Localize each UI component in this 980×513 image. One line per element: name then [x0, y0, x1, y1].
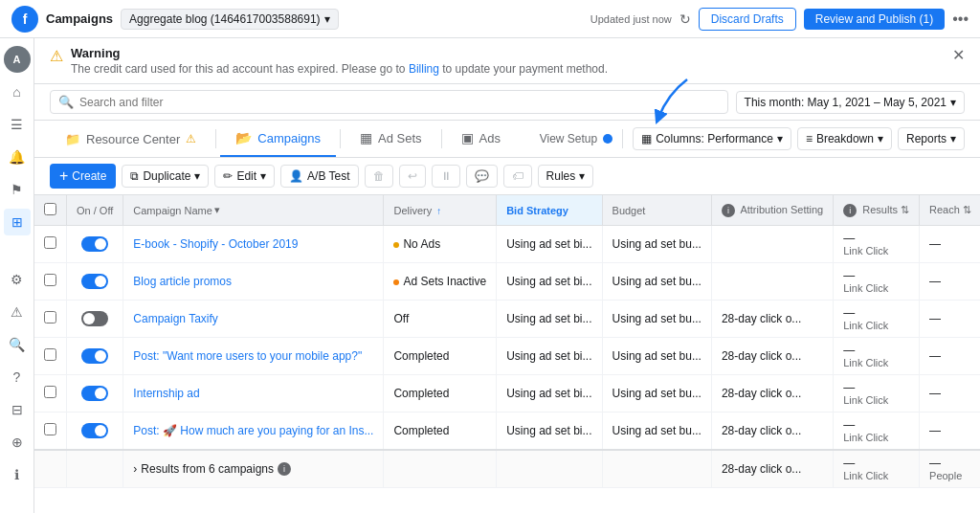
campaign-name-link[interactable]: E-book - Shopify - October 2019	[133, 237, 298, 251]
summary-delivery-cell	[384, 450, 497, 488]
row-checkbox[interactable]	[44, 348, 56, 361]
campaign-name-sort[interactable]: Campaign Name ▾	[133, 204, 373, 216]
flag-icon[interactable]: ⚑	[4, 176, 31, 203]
home-icon[interactable]: ⌂	[4, 78, 31, 105]
main-content: ⚠ Warning The credit card used for this …	[34, 38, 980, 513]
info-side-icon[interactable]: ℹ	[4, 461, 31, 488]
table-side-icon[interactable]: ⊟	[4, 396, 31, 423]
bell-icon[interactable]: 🔔	[4, 144, 31, 170]
row-results-cell: —Link Click	[834, 301, 920, 338]
ab-test-button[interactable]: 👤 A/B Test	[280, 165, 358, 188]
tab-ad-sets[interactable]: ▦ Ad Sets	[345, 121, 437, 157]
table-row: Post: 🚀 How much are you paying for an I…	[34, 413, 980, 451]
row-checkbox[interactable]	[44, 386, 56, 398]
message-button[interactable]: 💬	[466, 165, 498, 188]
more-options-icon[interactable]: •••	[952, 11, 969, 28]
plus-icon: +	[59, 168, 68, 184]
warning-message-end: to update your payment method.	[439, 62, 608, 76]
undo-button[interactable]: ↩	[399, 165, 426, 188]
deactivate-button[interactable]: ⏸	[432, 165, 460, 188]
row-delivery-cell: Ad Sets Inactive	[384, 263, 497, 301]
rules-button[interactable]: Rules ▾	[538, 165, 594, 188]
close-warning-icon[interactable]: ✕	[952, 46, 965, 64]
campaign-toggle[interactable]	[81, 348, 108, 364]
summary-name-cell: › Results from 6 campaigns i	[123, 450, 384, 488]
row-reach-cell: —	[920, 413, 980, 451]
grid-icon[interactable]: ⊞	[4, 209, 31, 235]
summary-budget-cell	[602, 450, 711, 488]
warning-title: Warning	[71, 46, 945, 60]
duplicate-button[interactable]: ⧉ Duplicate ▾	[122, 165, 209, 188]
summary-bid-cell	[497, 450, 602, 488]
warning-banner: ⚠ Warning The credit card used for this …	[34, 38, 980, 84]
tab-resource-center[interactable]: 📁 Resource Center ⚠	[50, 123, 212, 156]
zoom-icon[interactable]: ⊕	[4, 429, 31, 456]
campaign-toggle[interactable]	[81, 311, 108, 326]
review-publish-button[interactable]: Review and Publish (1)	[804, 9, 945, 30]
message-icon: 💬	[475, 169, 489, 183]
tag-icon: 🏷	[512, 169, 523, 183]
campaign-name-link[interactable]: Internship ad	[133, 387, 199, 400]
results-sort-icon[interactable]: ⇅	[901, 204, 909, 215]
delivery-sort-icon[interactable]: ↑	[436, 206, 441, 216]
row-bid-cell: Using ad set bi...	[497, 226, 602, 263]
view-setup-button[interactable]: View Setup	[540, 132, 613, 145]
ads-tab-label: Ads	[479, 131, 501, 145]
nav-title: Campaigns	[46, 11, 113, 26]
reach-sort-icon[interactable]: ⇅	[963, 204, 971, 215]
discard-drafts-button[interactable]: Discard Drafts	[699, 8, 796, 31]
table-header-row: On / Off Campaign Name ▾ Delivery ↑	[34, 195, 980, 226]
billing-link[interactable]: Billing	[409, 62, 439, 76]
campaign-toggle[interactable]	[81, 423, 108, 438]
row-bid-cell: Using ad set bi...	[497, 413, 602, 451]
search-input[interactable]	[79, 96, 720, 109]
breakdown-button[interactable]: ≡ Breakdown ▾	[797, 127, 892, 150]
help-circle-icon[interactable]: ?	[4, 364, 31, 390]
tab-ads[interactable]: ▣ Ads	[446, 121, 516, 157]
columns-button[interactable]: ▦ Columns: Performance ▾	[633, 127, 791, 150]
menu-icon[interactable]: ☰	[4, 111, 31, 138]
header-results: i Results ⇅	[834, 195, 920, 226]
tag-button[interactable]: 🏷	[503, 165, 532, 188]
campaign-toggle[interactable]	[81, 386, 108, 401]
edit-button[interactable]: ✏ Edit ▾	[214, 165, 275, 188]
date-range-selector[interactable]: This month: May 1, 2021 – May 5, 2021 ▾	[736, 91, 965, 114]
row-checkbox[interactable]	[44, 311, 56, 323]
results-info-icon[interactable]: i	[843, 204, 857, 217]
row-checkbox-cell	[34, 226, 67, 263]
campaign-toggle[interactable]	[81, 236, 108, 252]
campaign-name-link[interactable]: Blog article promos	[133, 275, 232, 288]
resource-center-label: Resource Center	[86, 132, 180, 146]
refresh-icon[interactable]: ↻	[679, 11, 691, 27]
chevron-right-icon: ›	[133, 462, 137, 476]
row-checkbox[interactable]	[44, 423, 56, 435]
info-icon[interactable]: i	[722, 204, 735, 217]
row-checkbox-cell	[34, 338, 67, 375]
account-selector[interactable]: Aggregate blog (1464617003588691) ▾	[121, 9, 339, 30]
row-checkbox[interactable]	[44, 274, 56, 286]
updated-text: Updated just now	[590, 13, 672, 25]
top-bar-right: Updated just now ↻ Discard Drafts Review…	[590, 8, 969, 31]
select-all-checkbox[interactable]	[44, 203, 56, 215]
row-attribution-cell	[711, 263, 833, 301]
campaign-toggle[interactable]	[81, 274, 108, 289]
summary-info-icon[interactable]: i	[278, 462, 291, 476]
campaign-name-link[interactable]: Campaign Taxify	[133, 312, 218, 325]
search-icon: 🔍	[58, 95, 74, 109]
user-avatar[interactable]: A	[4, 46, 31, 73]
tab-campaigns[interactable]: 📂 Campaigns	[220, 121, 336, 157]
alert-side-icon[interactable]: ⚠	[4, 299, 31, 325]
search-field-wrap[interactable]: 🔍	[50, 90, 728, 114]
expand-results-button[interactable]: › Results from 6 campaigns i	[133, 462, 373, 476]
warning-triangle-icon: ⚠	[50, 47, 63, 65]
search-side-icon[interactable]: 🔍	[4, 331, 31, 358]
row-reach-cell: —	[920, 226, 980, 263]
campaign-name-link[interactable]: Post: "Want more users to your mobile ap…	[133, 349, 362, 363]
campaign-name-link[interactable]: Post: 🚀 How much are you paying for an I…	[133, 424, 373, 437]
create-button[interactable]: + Create	[50, 164, 116, 189]
reports-button[interactable]: Reports ▾	[898, 127, 965, 150]
on-off-header: On / Off	[77, 205, 113, 216]
delete-button[interactable]: 🗑	[365, 165, 393, 188]
row-checkbox[interactable]	[44, 236, 56, 249]
settings-icon[interactable]: ⚙	[4, 266, 31, 293]
